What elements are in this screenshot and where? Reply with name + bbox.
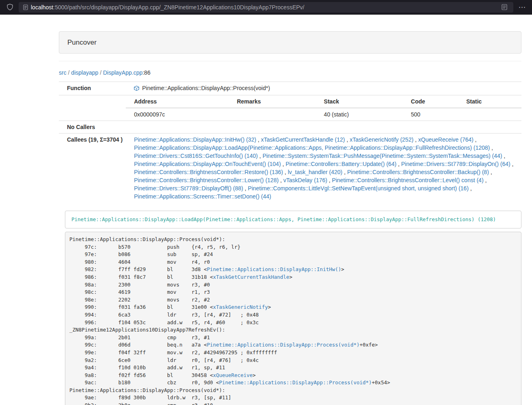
callee-separator: ,: [283, 169, 288, 175]
callee-link[interactable]: Pinetime::Controllers::BrightnessControl…: [134, 177, 278, 183]
asm-text: 990: f031 fa36 bl 31e00 <: [69, 304, 213, 310]
asm-text: 99e: f04f 32ff mov.w r2, #4294967295 ; 0…: [69, 349, 277, 355]
callee-link[interactable]: xQueueReceive (764): [418, 136, 474, 143]
callee-link[interactable]: Pinetime::Controllers::BrightnessControl…: [347, 169, 489, 175]
tracking-protection-shield-icon[interactable]: [4, 2, 15, 13]
table-row-function: Function Pinetime::Applications::Display…: [59, 82, 521, 95]
column-header: Address: [126, 95, 228, 108]
asm-text: _ZN8Pinetime12Applications10DisplayApp7R…: [69, 327, 225, 333]
callee-separator: ,: [258, 153, 263, 159]
disassembly-block: Pinetime::Applications::DisplayApp::Proc…: [65, 232, 521, 405]
highlighted-symbol-link[interactable]: Pinetime::Applications::DisplayApp::Load…: [71, 216, 496, 222]
callee-link[interactable]: Pinetime::Drivers::St7789::DisplayOff() …: [134, 185, 243, 192]
breadcrumb-line-number: :86: [142, 69, 150, 76]
callee-link[interactable]: lv_task_handler (420): [288, 169, 342, 175]
asm-text: 98c: 4619 mov r1, r3: [69, 289, 210, 295]
symbol-table: Function Pinetime::Applications::Display…: [59, 82, 521, 202]
asm-text: 9ac: b180 cbz r0, 9d0 <: [69, 379, 219, 386]
asm-text: +0x54>: [372, 379, 390, 386]
breadcrumb-separator: /: [98, 69, 103, 76]
asm-text: 98a: 2300 movs r3, #0: [69, 282, 210, 288]
callees-label: Callees (19, Σ=3704 ): [59, 134, 126, 203]
asm-text: +0xfe>: [360, 342, 378, 348]
callee-link[interactable]: Pinetime::Drivers::St7789::DisplayOn() (…: [401, 161, 510, 167]
callee-separator: ,: [489, 169, 492, 175]
function-name-cell: Pinetime::Applications::DisplayApp::Proc…: [126, 82, 521, 95]
browser-chrome: localhost:5000/path/src/displayapp/Displ…: [0, 0, 532, 15]
callee-link[interactable]: Pinetime::Controllers::BrightnessControl…: [332, 177, 483, 183]
callee-link[interactable]: Pinetime::System::SystemTask::PushMessag…: [263, 153, 502, 159]
symbol-link[interactable]: Pinetime::Applications::DisplayApp::Proc…: [219, 379, 372, 386]
app-title: Puncover: [67, 39, 97, 46]
function-icon: [134, 85, 139, 93]
page-content: Puncover src / displayapp / DisplayApp.c…: [59, 15, 521, 405]
column-header: Static: [458, 95, 521, 108]
symbol-link[interactable]: xQueueReceive: [213, 372, 253, 378]
callee-link[interactable]: Pinetime::Applications::Screens::Timer::…: [134, 193, 271, 200]
callee-link[interactable]: xTaskGenericNotify (252): [350, 136, 414, 143]
callee-separator: ,: [256, 136, 261, 143]
url-path: :5000/path/src/displayapp/DisplayApp.cpp…: [53, 4, 304, 11]
callee-separator: ,: [327, 177, 332, 183]
symbol-link[interactable]: xTaskGetCurrentTaskHandle: [213, 274, 289, 280]
asm-text: Pinetime::Applications::DisplayApp::Proc…: [69, 236, 225, 242]
asm-text: 99a: 2b01 cmp r3, #1: [69, 334, 210, 340]
callee-separator: ,: [484, 177, 487, 183]
highlighted-symbol-box: Pinetime::Applications::DisplayApp::Load…: [65, 211, 521, 228]
metrics-table: AddressRemarksStackCodeStatic 0x0000097c…: [126, 95, 521, 121]
breadcrumb-link[interactable]: DisplayApp.cpp: [103, 69, 142, 76]
callee-separator: ,: [396, 161, 401, 167]
cell-value: 40 (static): [316, 108, 403, 121]
callee-separator: ,: [243, 185, 248, 192]
callee-separator: ,: [279, 177, 284, 183]
cell-value: [458, 108, 521, 121]
asm-text: 98e: 2202 movs r2, #2: [69, 297, 210, 303]
page-info-icon[interactable]: [23, 4, 28, 10]
asm-text: 9a8: f02f fd56 bl 30458 <: [69, 372, 213, 378]
callee-link[interactable]: xTaskGetCurrentTaskHandle (12): [261, 136, 345, 143]
callee-separator: ,: [345, 136, 350, 143]
reader-mode-icon[interactable]: [502, 4, 507, 10]
asm-text: >: [268, 304, 271, 310]
callee-separator: ,: [474, 136, 477, 143]
cell-value: [229, 108, 316, 121]
asm-text: >: [253, 372, 256, 378]
callee-separator: ,: [490, 144, 493, 151]
asm-text: 9ae: f89d 300b ldrb.w r3, [sp, #11]: [69, 394, 231, 401]
callees-list: Pinetime::Applications::DisplayApp::Init…: [126, 134, 521, 203]
metrics-header-row: AddressRemarksStackCodeStatic: [126, 95, 521, 108]
symbol-link[interactable]: Pinetime::Applications::DisplayApp::Proc…: [207, 342, 360, 348]
symbol-link[interactable]: Pinetime::Applications::DisplayApp::Init…: [207, 266, 341, 272]
callee-link[interactable]: Pinetime::Applications::DisplayApp::Init…: [134, 136, 256, 143]
asm-text: 986: f031 f8c7 bl 31b18 <: [69, 274, 213, 280]
breadcrumb-link[interactable]: src: [59, 69, 67, 76]
url-text: localhost:5000/path/src/displayapp/Displ…: [31, 4, 304, 11]
app-title-panel: Puncover: [59, 31, 521, 54]
no-callers-label: No Callers: [59, 121, 126, 134]
callee-link[interactable]: Pinetime::Drivers::Cst816S::GetTouchInfo…: [134, 153, 258, 159]
callee-link[interactable]: Pinetime::Controllers::BrightnessControl…: [134, 169, 283, 175]
callee-link[interactable]: Pinetime::Applications::DisplayApp::OnTo…: [134, 161, 281, 167]
callee-link[interactable]: Pinetime::Applications::DisplayApp::Load…: [134, 144, 490, 151]
url-bar[interactable]: localhost:5000/path/src/displayapp/Displ…: [19, 2, 513, 13]
table-row-no-callers: No Callers: [59, 121, 521, 134]
no-callers-cell: [126, 121, 521, 134]
cell-value: 500: [403, 108, 458, 121]
breadcrumb-separator: /: [67, 69, 71, 76]
callee-separator: ,: [342, 169, 347, 175]
callee-separator: ,: [414, 136, 418, 143]
menu-icon[interactable]: ⋯: [517, 2, 528, 13]
column-header: Remarks: [229, 95, 316, 108]
callee-link[interactable]: vTaskDelay (176): [283, 177, 327, 183]
function-name: Pinetime::Applications::DisplayApp::Proc…: [142, 85, 270, 91]
asm-text: 9a4: f10d 010b add.w r1, sp, #11: [69, 364, 225, 371]
callee-link[interactable]: Pinetime::Components::LittleVgl::SetNewT…: [248, 185, 469, 192]
breadcrumb-link[interactable]: displayapp: [71, 69, 98, 76]
symbol-link[interactable]: xTaskGenericNotify: [213, 304, 268, 310]
callee-separator: ,: [469, 185, 472, 192]
metrics-value-row: 0x0000097c 40 (static)500: [126, 108, 521, 121]
callee-separator: ,: [281, 161, 286, 167]
callee-link[interactable]: Pinetime::Controllers::Battery::Update()…: [286, 161, 396, 167]
divider: [59, 61, 521, 61]
asm-text: 982: f7ff fd29 bl 3d8 <: [69, 266, 207, 272]
